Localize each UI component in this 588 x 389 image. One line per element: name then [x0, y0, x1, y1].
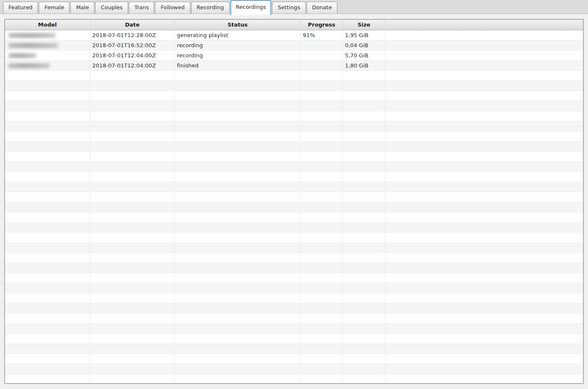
tab-featured[interactable]: Featured	[3, 2, 38, 13]
table-body: 2018-07-01T12:28:00Zgenerating playlist9…	[5, 30, 583, 384]
cell-progress	[301, 324, 343, 334]
cell-status	[175, 303, 301, 314]
cell-status	[175, 364, 301, 374]
table-row-empty	[5, 131, 583, 142]
cell-status	[175, 334, 301, 344]
table-row[interactable]: 2018-07-01T12:28:00Zgenerating playlist9…	[5, 30, 583, 40]
censored-model-name	[8, 63, 50, 68]
censored-model-name	[8, 33, 56, 38]
table-row[interactable]: 2018-07-01T12:04:00Zfinished1,80 GiB	[5, 61, 583, 71]
tab-female[interactable]: Female	[39, 2, 69, 13]
tab-followed[interactable]: Followed	[155, 2, 190, 13]
cell-progress	[301, 111, 343, 121]
column-header-date[interactable]: Date	[90, 20, 175, 30]
cell-filler	[385, 364, 583, 374]
cell-progress	[301, 303, 343, 314]
cell-size	[343, 131, 385, 142]
cell-progress	[301, 374, 343, 384]
table-row-empty	[5, 202, 583, 212]
cell-progress	[301, 212, 343, 223]
cell-progress	[301, 40, 343, 51]
cell-filler	[385, 51, 583, 61]
cell-status: recording	[175, 40, 301, 51]
cell-progress	[301, 81, 343, 91]
cell-status	[175, 142, 301, 152]
cell-filler	[385, 253, 583, 263]
cell-date	[90, 172, 175, 182]
column-header-size[interactable]: Size	[343, 20, 385, 30]
column-header-progress[interactable]: Progress	[301, 20, 343, 30]
table-row-empty	[5, 162, 583, 172]
cell-status: recording	[175, 51, 301, 61]
cell-date	[90, 91, 175, 101]
cell-status	[175, 374, 301, 384]
table-row-empty	[5, 233, 583, 243]
cell-progress	[301, 192, 343, 202]
column-header-model[interactable]: Model	[5, 20, 90, 30]
cell-size	[343, 111, 385, 121]
cell-progress	[301, 142, 343, 152]
cell-progress	[301, 101, 343, 111]
cell-filler	[385, 152, 583, 162]
cell-progress	[301, 91, 343, 101]
cell-progress	[301, 51, 343, 61]
cell-date	[90, 192, 175, 202]
table-row[interactable]: 2018-07-01T12:04:00Zrecording5,70 GiB	[5, 51, 583, 61]
recordings-table: Model Date Status Progress Size 2018-07-…	[4, 19, 584, 384]
cell-status	[175, 354, 301, 364]
cell-model	[5, 61, 90, 71]
cell-date	[90, 142, 175, 152]
tab-settings[interactable]: Settings	[272, 2, 305, 13]
cell-size	[343, 81, 385, 91]
table-row-empty	[5, 212, 583, 223]
cell-size: 1,95 GiB	[343, 30, 385, 40]
cell-filler	[385, 233, 583, 243]
table-row[interactable]: 2018-07-01T16:52:00Zrecording0,04 GiB	[5, 40, 583, 51]
tab-male[interactable]: Male	[70, 2, 94, 13]
cell-model	[5, 30, 90, 40]
cell-date	[90, 283, 175, 293]
cell-model	[5, 111, 90, 121]
cell-filler	[385, 303, 583, 314]
cell-size	[343, 212, 385, 223]
cell-progress	[301, 61, 343, 71]
cell-date	[90, 344, 175, 354]
cell-date	[90, 131, 175, 142]
tab-recordings[interactable]: Recordings	[230, 0, 272, 15]
cell-size	[343, 344, 385, 354]
cell-status	[175, 202, 301, 212]
cell-date	[90, 324, 175, 334]
table-row-empty	[5, 263, 583, 273]
tab-couples[interactable]: Couples	[95, 2, 128, 13]
cell-status	[175, 121, 301, 131]
cell-progress	[301, 71, 343, 81]
table-row-empty	[5, 354, 583, 364]
cell-date	[90, 273, 175, 283]
cell-progress	[301, 253, 343, 263]
cell-model	[5, 172, 90, 182]
cell-date	[90, 212, 175, 223]
cell-date: 2018-07-01T16:52:00Z	[90, 40, 175, 51]
cell-filler	[385, 273, 583, 283]
tab-recording[interactable]: Recording	[191, 2, 230, 13]
cell-date	[90, 223, 175, 233]
tab-donate[interactable]: Donate	[307, 2, 337, 13]
cell-date	[90, 202, 175, 212]
cell-filler	[385, 293, 583, 303]
cell-status: finished	[175, 61, 301, 71]
table-header-row: Model Date Status Progress Size	[5, 20, 583, 30]
tab-trans[interactable]: Trans	[129, 2, 154, 13]
cell-filler	[385, 202, 583, 212]
cell-progress	[301, 243, 343, 253]
app-window: Featured Female Male Couples Trans Follo…	[0, 0, 588, 389]
cell-size	[343, 142, 385, 152]
cell-model	[5, 283, 90, 293]
cell-progress	[301, 293, 343, 303]
cell-model	[5, 212, 90, 223]
table-row-empty	[5, 71, 583, 81]
column-header-status[interactable]: Status	[175, 20, 301, 30]
cell-progress	[301, 121, 343, 131]
cell-model	[5, 162, 90, 172]
cell-date	[90, 293, 175, 303]
cell-date	[90, 253, 175, 263]
